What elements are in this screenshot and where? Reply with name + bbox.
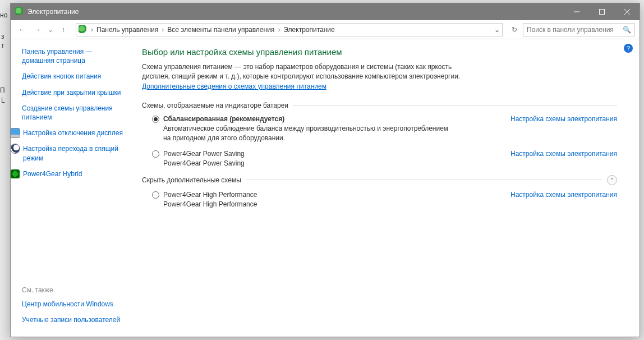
collapse-icon[interactable]: ⌃ <box>607 175 617 185</box>
breadcrumb[interactable]: › Панель управления › Все элементы панел… <box>76 23 503 36</box>
plan-row-powersaving[interactable]: Power4Gear Power Saving Настройка схемы … <box>152 150 617 158</box>
power-options-window: Электропитание ← → ⌄ ↑ › Панель управлен… <box>10 3 640 337</box>
bg-text: П <box>0 86 5 94</box>
plan-row-highperf[interactable]: Power4Gear High Performance Настройка сх… <box>152 191 617 199</box>
breadcrumb-seg-2[interactable]: Все элементы панели управления <box>165 26 277 34</box>
moon-icon <box>11 144 20 153</box>
plan-name: Power4Gear High Performance <box>163 191 257 199</box>
sidebar-home-link[interactable]: Панель управления — домашняя страница <box>22 47 125 65</box>
radio-balanced[interactable] <box>152 116 159 123</box>
close-button[interactable] <box>614 3 640 20</box>
forward-button[interactable]: → <box>31 23 44 36</box>
help-icon[interactable]: ? <box>624 44 633 53</box>
breadcrumb-icon <box>79 25 88 34</box>
group-battery-plans: Схемы, отображаемые на индикаторе батаре… <box>142 102 617 109</box>
plan-desc-balanced: Автоматическое соблюдение баланса между … <box>163 124 449 143</box>
sidebar-link-create-plan[interactable]: Создание схемы управления питанием <box>22 104 125 122</box>
titlebar[interactable]: Электропитание <box>11 3 640 20</box>
breadcrumb-dropdown-icon[interactable]: ⌄ <box>494 26 500 34</box>
content-area: ? Панель управления — домашняя страница … <box>11 39 640 337</box>
plan-desc-powersaving: Power4Gear Power Saving <box>163 159 449 168</box>
learn-more-link[interactable]: Дополнительные сведения о схемах управле… <box>142 82 326 90</box>
bg-text: но <box>0 11 7 19</box>
group-label-text: Схемы, отображаемые на индикаторе батаре… <box>142 102 288 109</box>
divider <box>246 180 602 180</box>
gear-icon <box>11 169 20 178</box>
breadcrumb-seg-1[interactable]: Панель управления <box>94 26 160 34</box>
minimize-button[interactable] <box>564 3 589 20</box>
sidebar-link-sleep[interactable]: Настройка перехода в спящий режим <box>11 144 125 162</box>
group-additional-plans[interactable]: Скрыть дополнительные схемы ⌃ <box>142 175 617 185</box>
up-button[interactable]: ↑ <box>57 23 70 36</box>
refresh-button[interactable]: ↻ <box>508 26 521 34</box>
sidebar-link-button-actions[interactable]: Действия кнопок питания <box>22 72 125 81</box>
page-description: Схема управления питанием — это набор па… <box>142 62 462 91</box>
group-label-text: Скрыть дополнительные схемы <box>142 176 241 184</box>
plan-settings-link[interactable]: Настройка схемы электропитания <box>510 191 617 199</box>
bg-text: т <box>1 42 4 49</box>
main-panel: Выбор или настройка схемы управления пит… <box>133 39 640 337</box>
search-input[interactable] <box>527 26 623 34</box>
search-box[interactable]: 🔍 <box>523 23 635 36</box>
see-also-label: См. также <box>22 286 125 294</box>
sidebar-link-power4gear[interactable]: Power4Gear Hybrid <box>11 169 125 178</box>
plan-name: Power4Gear Power Saving <box>163 150 245 158</box>
back-button[interactable]: ← <box>15 23 29 36</box>
plan-row-balanced[interactable]: Сбалансированная (рекомендуется) Настрой… <box>152 115 617 123</box>
app-icon <box>15 7 24 16</box>
plan-settings-link[interactable]: Настройка схемы электропитания <box>510 115 617 123</box>
description-text: Схема управления питанием — это набор па… <box>142 63 460 80</box>
chevron-right-icon[interactable]: › <box>160 26 165 34</box>
plan-settings-link[interactable]: Настройка схемы электропитания <box>510 150 617 158</box>
sidebar-item-label: Настройка отключения дисплея <box>23 128 123 137</box>
navbar: ← → ⌄ ↑ › Панель управления › Все элемен… <box>11 20 640 39</box>
monitor-icon <box>11 128 20 137</box>
sidebar-link-lid-action[interactable]: Действие при закрытии крышки <box>22 88 125 97</box>
bg-text: з <box>1 33 4 40</box>
bg-text: L <box>1 97 5 104</box>
maximize-button[interactable] <box>589 3 614 20</box>
chevron-right-icon[interactable]: › <box>90 26 94 34</box>
sidebar: Панель управления — домашняя страница Де… <box>11 39 133 337</box>
search-icon[interactable]: 🔍 <box>623 26 631 34</box>
svg-rect-1 <box>599 10 604 15</box>
sidebar-item-label: Power4Gear Hybrid <box>23 169 82 178</box>
history-dropdown[interactable]: ⌄ <box>47 23 54 36</box>
sidebar-link-display-off[interactable]: Настройка отключения дисплея <box>11 128 125 137</box>
radio-powersaving[interactable] <box>152 150 159 158</box>
window-title: Электропитание <box>27 8 564 16</box>
page-heading: Выбор или настройка схемы управления пит… <box>142 47 617 57</box>
divider <box>293 105 617 106</box>
sidebar-item-label: Настройка перехода в спящий режим <box>23 144 125 162</box>
see-also-accounts[interactable]: Учетные записи пользователей <box>22 315 125 324</box>
see-also-mobility[interactable]: Центр мобильности Windows <box>22 300 125 309</box>
plan-desc-highperf: Power4Gear High Performance <box>163 200 449 209</box>
radio-highperf[interactable] <box>152 191 159 199</box>
chevron-right-icon[interactable]: › <box>277 26 281 34</box>
breadcrumb-seg-3[interactable]: Электропитание <box>281 26 337 34</box>
plan-name: Сбалансированная (рекомендуется) <box>163 115 284 123</box>
